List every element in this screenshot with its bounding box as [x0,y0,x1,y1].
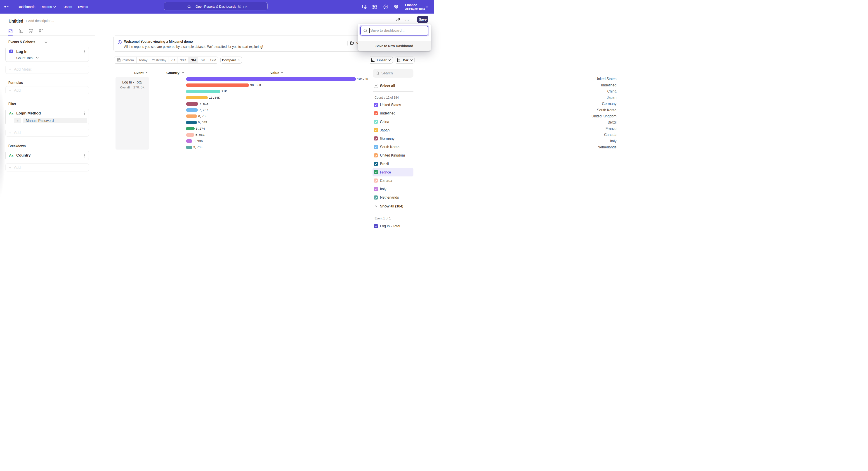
svg-text:?: ? [385,5,386,8]
